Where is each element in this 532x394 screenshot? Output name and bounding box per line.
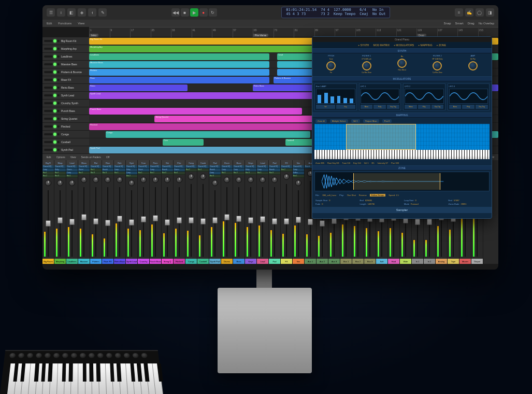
fader-cap[interactable]: [284, 218, 289, 224]
fader-cap[interactable]: [224, 214, 229, 220]
zone-vel[interactable]: Vel 1: [364, 162, 369, 164]
region[interactable]: Cow: [163, 139, 204, 146]
channel-label[interactable]: Vox: [293, 259, 304, 264]
track-header[interactable]: Flutters & Bounce: [42, 68, 89, 76]
sample-info-field[interactable]: End57487: [449, 199, 489, 202]
module-type[interactable]: HP 12dB Gritty: [432, 58, 442, 60]
sample-info-field[interactable]: End629685: [360, 199, 400, 202]
record-button[interactable]: ●: [199, 8, 208, 17]
mixer-edit[interactable]: Edit: [47, 156, 51, 159]
channel-label[interactable]: Flutters: [90, 259, 102, 264]
channel-label[interactable]: Analog: [436, 259, 447, 264]
pan-knob[interactable]: [57, 180, 63, 186]
editors-toggle-button[interactable]: ✎: [98, 8, 107, 17]
mixer-options[interactable]: Options: [56, 156, 65, 159]
mapping-sel[interactable]: Multiple Select.: [330, 119, 348, 123]
zone-out[interactable]: E5: [372, 162, 375, 164]
loops-button[interactable]: ◯: [476, 8, 484, 17]
library-toggle-button[interactable]: ☰: [47, 8, 55, 17]
mod-mode-button[interactable]: Key: [336, 105, 355, 109]
fader-track[interactable]: [262, 187, 263, 257]
track-header[interactable]: Conga: [42, 131, 89, 138]
fader-track[interactable]: [226, 187, 227, 257]
env-slider[interactable]: [342, 89, 348, 103]
track-header[interactable]: Massive Bass: [42, 61, 89, 68]
track-header[interactable]: Riser FX: [42, 76, 89, 84]
fader-cap[interactable]: [93, 218, 98, 224]
track-header[interactable]: Cowbell: [42, 138, 89, 146]
mod-mode-button[interactable]: Poly: [462, 105, 475, 109]
sample-info-field[interactable]: Fade0: [315, 203, 356, 205]
pan-knob[interactable]: [260, 177, 266, 183]
track-volume-slider[interactable]: [44, 94, 60, 96]
channel-setting[interactable]: Vox: [293, 160, 304, 165]
fader-cap[interactable]: [105, 220, 110, 226]
fader-track[interactable]: [131, 190, 132, 257]
track-volume-slider[interactable]: [44, 102, 60, 104]
sample-info-field[interactable]: Loop Start0: [404, 199, 444, 202]
mod-mode-button[interactable]: Key Trig: [432, 105, 444, 109]
channel-label[interactable]: Synth Lead: [126, 259, 137, 264]
channel-strip[interactable]: Bass Channel EQComp Bus 2 Bass: [233, 160, 245, 264]
fader-track[interactable]: [167, 187, 168, 257]
fader-cap[interactable]: [200, 218, 206, 224]
fader-track[interactable]: [155, 187, 156, 257]
mapping-zone-region[interactable]: [346, 124, 416, 150]
browser-button[interactable]: ◨: [486, 8, 494, 17]
mod-mode-button[interactable]: Key Trig: [476, 105, 488, 109]
fader-track[interactable]: [71, 190, 73, 257]
channel-label[interactable]: Riser FX: [102, 259, 113, 264]
channel-label[interactable]: Keys: [245, 259, 256, 264]
fader-track[interactable]: [214, 190, 215, 257]
tab-mapping[interactable]: + MAPPING: [418, 44, 432, 47]
fader-track[interactable]: [107, 187, 108, 257]
pan-knob[interactable]: [248, 177, 254, 183]
tab-mod-matrix[interactable]: MOD MATRIX: [373, 44, 390, 47]
region[interactable]: Flecked: [89, 123, 343, 130]
play-button[interactable]: ▶: [190, 8, 198, 17]
track-volume-slider[interactable]: [44, 40, 60, 42]
region[interactable]: Riser: [89, 77, 269, 83]
channel-setting[interactable]: Morp: [54, 160, 66, 165]
module-knob[interactable]: [468, 61, 478, 71]
pan-knob[interactable]: [45, 180, 51, 186]
track-header[interactable]: Synth Lead: [42, 92, 89, 100]
fader-track[interactable]: [119, 187, 120, 257]
zone-speed[interactable]: Speed: 1.5: [389, 194, 398, 196]
track-header[interactable]: Synth Pad: [42, 146, 89, 154]
fader-cap[interactable]: [308, 219, 313, 225]
mapping-out[interactable]: Output: Main: [363, 119, 379, 123]
pan-knob[interactable]: [200, 174, 206, 180]
channel-setting[interactable]: Mass: [78, 160, 90, 165]
zone-num[interactable]: Zone 335: [315, 162, 324, 164]
mod-mode-button[interactable]: Mono: [449, 105, 462, 109]
sends-on-faders[interactable]: Sends on Faders: [81, 156, 101, 159]
snap-label[interactable]: Snap: [444, 22, 451, 25]
inspector-toggle-button[interactable]: i: [57, 8, 65, 17]
channel-strip[interactable]: Stri Channel EQReverb Bus 3 String Q: [162, 160, 174, 264]
track-header[interactable]: Retro Bass: [42, 84, 89, 92]
fader-cap[interactable]: [320, 220, 325, 227]
tab-synth[interactable]: + SYNTH: [358, 44, 369, 47]
mapping-zone[interactable]: Zone: A: [315, 119, 327, 123]
channel-strip[interactable]: Lead Channel EQComp Bus 1 Lead: [257, 160, 269, 264]
lcd-display[interactable]: 01:01:24:21.5445 4 3 73 74 473 2 127.000…: [281, 7, 390, 18]
zone-tune[interactable]: Tune 0.0: [342, 162, 350, 164]
region[interactable]: Retro: [89, 85, 188, 91]
fader-cap[interactable]: [236, 216, 241, 222]
track-volume-slider[interactable]: [44, 71, 60, 73]
sends-off[interactable]: Off: [106, 156, 110, 159]
module-knob[interactable]: [397, 59, 407, 68]
pan-knob[interactable]: [81, 177, 87, 183]
track-volume-slider[interactable]: [44, 141, 60, 143]
channel-label[interactable]: Drums: [221, 259, 233, 264]
channel-label[interactable]: In 1: [412, 259, 423, 264]
mod-mode-button[interactable]: Poly: [418, 105, 430, 109]
channel-setting[interactable]: Rise: [102, 160, 113, 165]
sample-waveform[interactable]: [314, 172, 490, 191]
sample-info-field[interactable]: ModeForward: [404, 203, 444, 205]
zone-key[interactable]: Key 114: [353, 162, 361, 164]
region[interactable]: Morphing Arp: [89, 46, 335, 52]
channel-label[interactable]: Bus 1: [340, 259, 352, 264]
pan-knob[interactable]: [236, 177, 242, 183]
